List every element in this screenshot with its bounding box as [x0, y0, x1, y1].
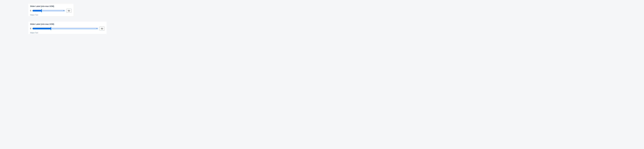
slider-panel: Slider Label (min-max UOM) 0 50 Helper T…: [28, 4, 74, 16]
slider-label: Slider Label (min-max UOM): [30, 23, 105, 25]
slider-panel: Slider Label (min-max UOM) 0 50 Helper T…: [28, 22, 106, 34]
slider-track[interactable]: [32, 28, 98, 29]
slider-helper-text: Helper Text: [30, 14, 72, 16]
slider-track-fill: [32, 10, 42, 11]
slider-value-input[interactable]: 50: [66, 9, 72, 13]
slider-min-value: 0: [30, 27, 31, 30]
caret-down-icon: [96, 28, 97, 29]
slider-helper-text: Helper Text: [30, 32, 105, 34]
slider-thumb[interactable]: [50, 27, 51, 30]
slider-track-fill: [32, 28, 51, 29]
slider-value-input[interactable]: 50: [99, 27, 105, 30]
slider-thumb[interactable]: [41, 9, 42, 12]
slider-track[interactable]: [32, 10, 65, 11]
slider-row: 0 50: [30, 27, 105, 30]
slider-label: Slider Label (min-max UOM): [30, 5, 72, 7]
slider-min-value: 0: [30, 10, 31, 12]
caret-down-icon: [63, 10, 64, 11]
slider-row: 0 50: [30, 9, 72, 13]
